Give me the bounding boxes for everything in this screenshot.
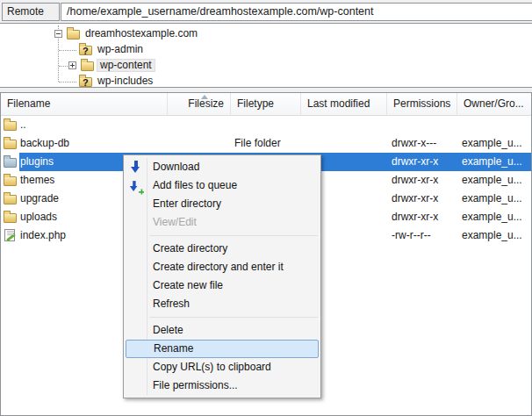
filetype-cell: File folder [234,134,299,153]
permissions-cell: drwxr-x--- [392,134,456,153]
column-header-permissions[interactable]: Permissions [387,93,457,115]
menu-item-label: Delete [153,324,183,336]
menu-item-rename[interactable]: Rename [126,340,319,358]
menu-separator [149,317,318,318]
table-row-parent-dir[interactable]: .. [1,116,531,134]
menu-separator [149,235,318,236]
menu-item-label: Refresh [153,298,190,310]
menu-item-copy-urls-to-clipboard[interactable]: Copy URL(s) to clipboard [124,358,320,377]
owner-cell: example_u... [462,171,531,190]
permissions-cell: -rw-r--r-- [392,226,456,245]
menu-item-create-directory-and-enter[interactable]: Create directory and enter it [124,258,320,276]
folder-icon [4,213,17,223]
menu-item-label: File permissions... [153,379,238,391]
menu-item-label: Copy URL(s) to clipboard [153,361,271,373]
remote-directory-tree: dreamhostexample.com ? wp-admin wp-conte… [0,23,532,88]
tree-item-root[interactable]: dreamhostexample.com [0,27,532,41]
permissions-cell: drwxr-xr-x [392,190,456,208]
remote-site-label: Remote site: [2,3,60,21]
download-icon [131,161,140,174]
owner-cell: example_u... [462,226,531,245]
menu-item-label: Create directory and enter it [153,261,284,273]
menu-item-label: Enter directory [153,197,221,210]
remote-path-input[interactable]: /home/example_username/dreamhostexample.… [61,3,532,21]
menu-item-download[interactable]: Download [124,158,320,176]
menu-item-create-new-file[interactable]: Create new file [124,276,320,295]
menu-item-label: Add files to queue [153,179,237,191]
add-to-queue-icon [130,181,138,192]
menu-item-label: Rename [154,342,193,355]
filename-cell: backup-db [20,134,165,153]
tree-item-wp-admin[interactable]: ? wp-admin [0,43,532,57]
menu-item-view-edit: View/Edit [124,213,320,232]
collapse-minus-icon[interactable] [54,30,62,38]
menu-item-enter-directory[interactable]: Enter directory [124,195,320,213]
folder-question-icon: ? [79,46,92,55]
column-header-filetype[interactable]: Filetype [231,93,301,115]
owner-cell [462,116,531,134]
owner-cell: example_u... [462,134,531,153]
folder-question-icon: ? [79,77,92,87]
folder-icon [4,195,17,204]
permissions-cell [392,116,456,134]
column-header-owner-group[interactable]: Owner/Gro... [457,93,531,115]
remote-site-toolbar: Remote site: /home/example_username/drea… [0,0,532,23]
menu-item-label: View/Edit [153,216,197,228]
folder-icon [4,121,17,131]
menu-item-refresh[interactable]: Refresh [124,295,320,313]
tree-item-label[interactable]: wp-admin [95,43,146,56]
folder-icon [4,140,17,149]
tree-item-label[interactable]: dreamhostexample.com [83,27,200,40]
expand-plus-icon[interactable] [68,61,76,69]
folder-open-icon [67,30,80,39]
owner-cell: example_u... [462,208,531,226]
folder-icon [4,158,17,168]
permissions-cell: drwxr-xr-x [392,153,456,171]
tree-item-wp-includes[interactable]: ? wp-includes [0,75,532,89]
menu-item-label: Create directory [153,242,227,255]
sort-ascending-icon [201,95,208,99]
editable-file-icon [4,229,15,241]
permissions-cell: drwxr-xr-x [392,171,456,190]
menu-item-file-permissions[interactable]: File permissions... [124,377,320,395]
file-list-header: Filename Filesize Filetype Last modified… [1,93,531,116]
permissions-cell: drwxr-xr-x [392,208,456,226]
table-row-backup-db[interactable]: backup-db File folder drwxr-x--- example… [1,134,531,153]
tree-item-wp-content[interactable]: wp-content [0,59,532,73]
menu-item-create-directory[interactable]: Create directory [124,240,320,258]
column-header-filename[interactable]: Filename [1,93,168,115]
menu-item-label: Create new file [153,279,223,291]
owner-cell: example_u... [462,153,531,171]
column-header-filesize[interactable]: Filesize [168,93,231,115]
menu-item-label: Download [153,161,199,173]
folder-icon [81,61,94,71]
column-header-last-modified[interactable]: Last modified [301,93,387,115]
filetype-cell [234,116,299,134]
tree-item-label[interactable]: wp-includes [95,75,155,88]
menu-item-delete[interactable]: Delete [124,321,320,340]
menu-item-add-files-to-queue[interactable]: Add files to queue [124,176,320,195]
folder-icon [4,176,17,186]
context-menu: Download Add files to queue Enter direct… [123,154,321,398]
owner-cell: example_u... [462,190,531,208]
tree-item-label[interactable]: wp-content [97,59,155,72]
filename-cell: .. [20,116,165,134]
